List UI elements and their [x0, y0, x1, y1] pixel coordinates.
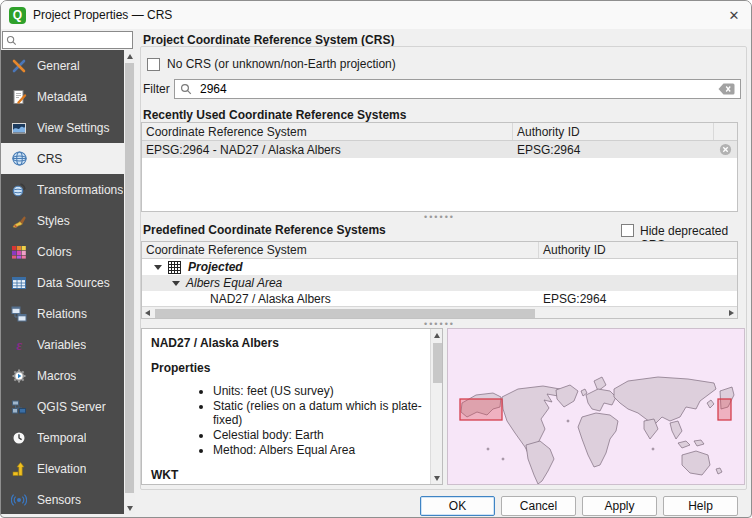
apply-button[interactable]: Apply: [582, 496, 657, 516]
page-title: Project Coordinate Reference System (CRS…: [143, 33, 394, 47]
table-row-recent-crs[interactable]: EPSG:2964 - NAD27 / Alaska Albers EPSG:2…: [142, 141, 737, 158]
sidebar: General Metadata View Settings CRS Trans…: [1, 29, 135, 514]
tree-row-nad27-alaska-albers[interactable]: NAD27 / Alaska Albers EPSG:2964: [142, 291, 737, 307]
no-crs-checkbox[interactable]: [147, 58, 160, 71]
main-panel: Project Coordinate Reference System (CRS…: [135, 29, 751, 517]
projected-grid-icon: [168, 261, 181, 274]
sidebar-search[interactable]: [2, 31, 133, 49]
sidebar-item-general[interactable]: General: [1, 50, 124, 81]
column-header-authority[interactable]: Authority ID: [539, 242, 737, 258]
tree-row-projected[interactable]: Projected: [142, 259, 737, 275]
ok-button[interactable]: OK: [420, 496, 495, 516]
clear-filter-icon[interactable]: [718, 83, 735, 95]
recent-section-title: Recently Used Coordinate Reference Syste…: [143, 108, 406, 122]
horizontal-scrollbar[interactable]: [142, 306, 737, 318]
property-item: Static (relies on a datum which is plate…: [213, 399, 426, 427]
sidebar-item-relations[interactable]: Relations: [1, 298, 124, 329]
remove-recent-icon[interactable]: [714, 143, 737, 156]
crs-info-title: NAD27 / Alaska Albers: [151, 336, 426, 350]
sidebar-item-crs[interactable]: CRS: [1, 143, 124, 174]
property-item: Units: feet (US survey): [213, 384, 426, 398]
tree-label: Projected: [188, 260, 243, 274]
cancel-button[interactable]: Cancel: [501, 496, 576, 516]
column-header-authority[interactable]: Authority ID: [513, 123, 714, 140]
linked-tables-icon: [10, 305, 28, 323]
help-button[interactable]: Help: [663, 496, 738, 516]
color-swatches-icon: [10, 243, 28, 261]
sidebar-scrollbar[interactable]: [124, 50, 135, 514]
scroll-left-icon[interactable]: [142, 307, 153, 319]
filter-label: Filter: [143, 79, 170, 99]
search-icon: [6, 35, 17, 46]
sidebar-item-sensors[interactable]: Sensors: [1, 484, 124, 514]
hide-deprecated-checkbox[interactable]: [621, 224, 634, 237]
sidebar-item-variables[interactable]: ε Variables: [1, 329, 124, 360]
tools-icon: [10, 57, 28, 75]
collapse-arrow-icon[interactable]: [172, 281, 180, 286]
sidebar-item-styles[interactable]: Styles: [1, 205, 124, 236]
collapse-arrow-icon[interactable]: [154, 265, 162, 270]
search-icon: [180, 83, 192, 95]
info-scrollbar-thumb[interactable]: [433, 343, 442, 383]
wkt-heading: WKT: [151, 468, 426, 482]
filter-field[interactable]: [174, 79, 741, 99]
tree-authority: EPSG:2964: [539, 292, 737, 306]
sidebar-item-metadata[interactable]: Metadata: [1, 81, 124, 112]
sidebar-item-temporal[interactable]: Temporal: [1, 422, 124, 453]
sidebar-item-qgis-server[interactable]: QGIS Server: [1, 391, 124, 422]
recent-crs-name: EPSG:2964 - NAD27 / Alaska Albers: [142, 143, 513, 157]
splitter-handle[interactable]: ••••••: [141, 320, 738, 327]
tree-label: NAD27 / Alaska Albers: [142, 292, 539, 306]
horizontal-scrollbar-thumb[interactable]: [155, 309, 535, 318]
svg-text:ε: ε: [16, 337, 22, 352]
crs-info-content: NAD27 / Alaska Albers Properties Units: …: [142, 329, 430, 484]
sidebar-item-data-sources[interactable]: Data Sources: [1, 267, 124, 298]
elevation-arrow-icon: [10, 460, 28, 478]
crs-info-panel: NAD27 / Alaska Albers Properties Units: …: [141, 328, 443, 485]
globe-arrows-icon: [10, 181, 28, 199]
predefined-table-header: Coordinate Reference System Authority ID: [142, 242, 737, 259]
window-title: Project Properties — CRS: [33, 8, 172, 22]
sidebar-item-colors[interactable]: Colors: [1, 236, 124, 267]
properties-list: Units: feet (US survey) Static (relies o…: [151, 384, 426, 457]
recent-table-header: Coordinate Reference System Authority ID: [142, 123, 737, 141]
close-icon[interactable]: ✕: [717, 1, 751, 29]
scroll-up-icon[interactable]: [431, 329, 443, 341]
sidebar-list: General Metadata View Settings CRS Trans…: [1, 50, 135, 514]
filter-input[interactable]: [198, 81, 718, 97]
properties-heading: Properties: [151, 361, 426, 375]
sidebar-scrollbar-thumb[interactable]: [125, 63, 134, 493]
world-map-preview: [448, 329, 745, 485]
document-pencil-icon: [10, 88, 28, 106]
recent-crs-authority: EPSG:2964: [513, 143, 714, 157]
sidebar-item-view-settings[interactable]: View Settings: [1, 112, 124, 143]
signal-icon: [10, 491, 28, 509]
server-network-icon: [10, 398, 28, 416]
tree-row-albers-equal-area[interactable]: Albers Equal Area: [142, 275, 737, 291]
map-view-icon: [10, 119, 28, 137]
project-properties-dialog: Q Project Properties — CRS ✕ General Met…: [0, 0, 752, 518]
epsilon-icon: ε: [10, 336, 28, 354]
scroll-down-icon[interactable]: [431, 472, 443, 484]
property-item: Method: Albers Equal Area: [213, 443, 426, 457]
gear-play-icon: [10, 367, 28, 385]
globe-icon: [10, 150, 28, 168]
sidebar-item-transformations[interactable]: Transformations: [1, 174, 124, 205]
predefined-section-title: Predefined Coordinate Reference Systems: [143, 223, 386, 237]
titlebar: Q Project Properties — CRS ✕: [1, 1, 751, 29]
predefined-crs-table: Coordinate Reference System Authority ID…: [141, 241, 738, 319]
splitter-handle[interactable]: ••••••: [141, 213, 738, 220]
sidebar-item-macros[interactable]: Macros: [1, 360, 124, 391]
column-header-remove[interactable]: [714, 123, 737, 140]
column-header-crs[interactable]: Coordinate Reference System: [142, 123, 513, 140]
recent-crs-table: Coordinate Reference System Authority ID…: [141, 122, 738, 212]
clock-icon: [10, 429, 28, 447]
sidebar-item-elevation[interactable]: Elevation: [1, 453, 124, 484]
scroll-up-icon[interactable]: [124, 50, 135, 62]
scroll-right-icon[interactable]: [726, 307, 737, 319]
info-vertical-scrollbar[interactable]: [430, 329, 442, 484]
column-header-crs[interactable]: Coordinate Reference System: [142, 242, 539, 258]
sidebar-search-input[interactable]: [17, 33, 117, 47]
scroll-down-icon[interactable]: [124, 502, 135, 514]
crs-extent-map: [447, 328, 745, 485]
